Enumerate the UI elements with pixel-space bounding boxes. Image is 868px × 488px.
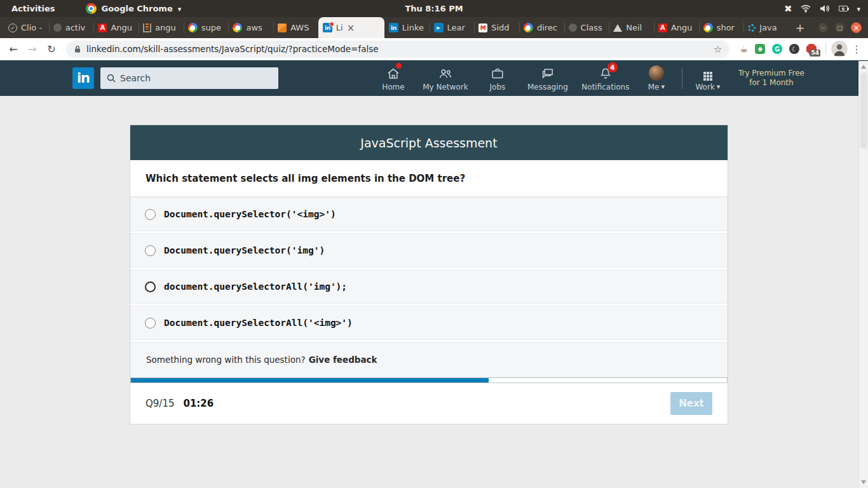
browser-tab-strip: Clio - activ Angu angu supe aws AWS Li L… <box>0 17 868 38</box>
search-box[interactable] <box>100 67 278 89</box>
radio-button[interactable] <box>145 318 156 329</box>
window-close-button[interactable] <box>851 22 862 33</box>
browser-tab[interactable]: AWS <box>273 17 318 38</box>
nav-items: Home My Network Jobs Messaging 4 Notific… <box>370 60 677 96</box>
answer-option[interactable]: Document.querySelectorAll('<img>') <box>130 306 728 340</box>
browser-tab[interactable]: Clio - <box>4 17 49 38</box>
quiz-footer: Q9/15 01:26 Next <box>130 383 728 424</box>
assessment-title: JavaScript Assessment <box>130 125 728 160</box>
home-notification-dot <box>396 63 402 69</box>
browser-tab[interactable]: angu <box>139 17 184 38</box>
question-counter: Q9/15 <box>146 398 175 409</box>
chevron-down-icon <box>717 83 721 91</box>
window-maximize-button[interactable] <box>834 22 845 33</box>
starburst-icon <box>748 24 756 32</box>
nav-item-jobs[interactable]: Jobs <box>475 60 520 96</box>
recorder-extension-icon[interactable] <box>755 44 765 54</box>
app-menu[interactable]: Google Chrome <box>86 3 182 14</box>
next-button[interactable]: Next <box>670 392 712 415</box>
lock-icon[interactable] <box>74 45 81 53</box>
feedback-row: Something wrong with this question? Give… <box>130 342 728 377</box>
google-icon <box>233 23 242 32</box>
bookmark-star-icon[interactable] <box>714 43 722 55</box>
answer-option[interactable]: Document.querySelector('img') <box>130 233 728 268</box>
scrollbar-down-arrow-icon[interactable] <box>861 480 866 484</box>
timer: 01:26 <box>184 398 214 409</box>
grammarly-extension-icon[interactable] <box>772 44 782 54</box>
google-icon <box>188 23 198 32</box>
address-bar[interactable]: linkedin.com/skill-assessments/JavaScrip… <box>66 41 729 58</box>
window-minimize-button[interactable] <box>818 22 829 33</box>
radio-button[interactable] <box>145 245 156 256</box>
reload-button[interactable] <box>43 43 60 55</box>
search-input[interactable] <box>120 73 272 83</box>
browser-tab-active[interactable]: Li <box>318 17 384 38</box>
back-button[interactable] <box>5 43 22 55</box>
linkedin-nav: Home My Network Jobs Messaging 4 Notific… <box>0 60 868 96</box>
browser-tab[interactable]: Class <box>564 17 609 38</box>
adblock-extension-icon[interactable]: 54 <box>806 44 817 54</box>
adblock-badge: 54 <box>810 50 820 57</box>
browser-tab[interactable]: direc <box>519 17 564 38</box>
toolbar-divider <box>825 43 826 55</box>
browser-tab[interactable]: Lear <box>430 17 475 38</box>
url-text: linkedin.com/skill-assessments/JavaScrip… <box>86 44 709 54</box>
linkedin-logo[interactable] <box>72 67 94 89</box>
battery-icon <box>839 6 848 11</box>
java-extension-icon[interactable] <box>740 44 748 54</box>
new-tab-button[interactable] <box>789 21 811 34</box>
chevron-down-icon <box>661 83 665 91</box>
page-background: JavaScript Assessment Which statement se… <box>0 96 858 488</box>
system-tray[interactable] <box>784 3 860 15</box>
options-list: Document.querySelector('<img>') Document… <box>130 197 728 340</box>
nav-item-home[interactable]: Home <box>370 60 416 96</box>
scrollbar-up-arrow-icon[interactable] <box>861 65 866 69</box>
radio-button-focused[interactable] <box>145 281 156 292</box>
check-circle-icon <box>8 24 17 32</box>
linkedin-icon <box>389 23 398 32</box>
google-icon <box>703 23 713 32</box>
tab-close-icon[interactable] <box>347 22 355 34</box>
window-controls <box>811 22 868 33</box>
google-icon <box>524 23 533 32</box>
browser-tab[interactable]: Angu <box>654 17 699 38</box>
browser-tab[interactable]: supe <box>184 17 229 38</box>
aws-icon <box>278 24 287 32</box>
browser-tab[interactable]: activ <box>49 17 94 38</box>
browser-tab[interactable]: aws <box>228 17 273 38</box>
search-icon <box>107 74 116 83</box>
nav-item-my-network[interactable]: My Network <box>416 60 475 96</box>
radio-button[interactable] <box>145 209 156 220</box>
give-feedback-link[interactable]: Give feedback <box>309 355 377 365</box>
feedback-prompt: Something wrong with this question? <box>146 355 306 365</box>
faded-tab-icon <box>569 24 577 32</box>
answer-option[interactable]: document.querySelectorAll('img'); <box>130 269 728 304</box>
stackoverflow-icon <box>143 24 151 32</box>
browser-tab[interactable]: shor <box>699 17 744 38</box>
gmail-icon <box>478 24 487 32</box>
dark-mode-extension-icon[interactable] <box>789 44 799 54</box>
forward-button[interactable] <box>24 43 41 55</box>
assessment-card: JavaScript Assessment Which statement se… <box>130 125 728 424</box>
browser-toolbar: linkedin.com/skill-assessments/JavaScrip… <box>0 38 868 60</box>
browser-tab[interactable]: Java <box>743 17 789 38</box>
nav-item-me[interactable]: Me <box>636 60 677 96</box>
my-network-icon <box>438 66 453 81</box>
nav-item-notifications[interactable]: 4 Notifications <box>575 60 636 96</box>
volume-icon <box>820 4 830 13</box>
browser-menu-icon[interactable] <box>850 43 863 55</box>
browser-tab[interactable]: Linke <box>384 17 430 38</box>
app-indicator-icon <box>784 3 792 15</box>
browser-profile-avatar[interactable] <box>831 41 848 57</box>
nav-item-messaging[interactable]: Messaging <box>520 60 575 96</box>
browser-tab[interactable]: Neil <box>609 17 654 38</box>
nav-item-work[interactable]: Work <box>688 60 728 96</box>
scrollbar-thumb[interactable] <box>860 72 867 149</box>
browser-tab[interactable]: Angu <box>93 17 139 38</box>
page-scrollbar[interactable] <box>858 61 868 488</box>
faded-tab-icon <box>53 24 62 32</box>
premium-upsell-link[interactable]: Try Premium Free for 1 Month <box>738 69 804 88</box>
answer-option[interactable]: Document.querySelector('<img>') <box>130 197 728 231</box>
activities-button[interactable]: Activities <box>9 4 58 13</box>
browser-tab[interactable]: Sidd <box>474 17 519 38</box>
